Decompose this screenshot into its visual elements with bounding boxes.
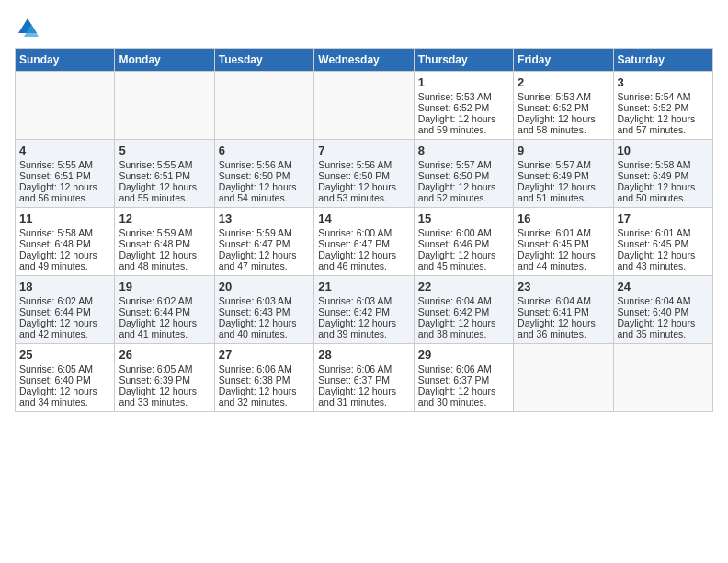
day-info: Daylight: 12 hours and 40 minutes. (219, 317, 310, 339)
day-info: Sunrise: 6:00 AM (318, 227, 409, 238)
day-info: Sunrise: 6:06 AM (418, 363, 509, 374)
day-info: Sunset: 6:50 PM (219, 170, 310, 181)
calendar-cell: 10Sunrise: 5:58 AMSunset: 6:49 PMDayligh… (613, 140, 712, 208)
day-info: Sunset: 6:47 PM (219, 238, 310, 249)
day-info: Sunrise: 6:01 AM (618, 227, 709, 238)
day-info: Sunset: 6:45 PM (518, 238, 609, 249)
calendar-cell (314, 72, 414, 140)
calendar-cell: 21Sunrise: 6:03 AMSunset: 6:42 PMDayligh… (314, 276, 414, 344)
day-info: Sunset: 6:51 PM (119, 170, 210, 181)
calendar-cell: 11Sunrise: 5:58 AMSunset: 6:48 PMDayligh… (16, 208, 115, 276)
calendar-cell: 17Sunrise: 6:01 AMSunset: 6:45 PMDayligh… (613, 208, 712, 276)
day-info: Daylight: 12 hours and 56 minutes. (19, 181, 110, 203)
day-info: Sunset: 6:48 PM (119, 238, 210, 249)
calendar-cell: 27Sunrise: 6:06 AMSunset: 6:38 PMDayligh… (214, 344, 313, 412)
day-info: Sunrise: 6:00 AM (418, 227, 509, 238)
day-info: Sunrise: 6:06 AM (219, 363, 310, 374)
day-info: Daylight: 12 hours and 45 minutes. (418, 249, 509, 271)
calendar-cell: 6Sunrise: 5:56 AMSunset: 6:50 PMDaylight… (214, 140, 313, 208)
day-info: Daylight: 12 hours and 41 minutes. (119, 317, 210, 339)
day-info: Daylight: 12 hours and 54 minutes. (219, 181, 310, 203)
calendar-cell: 8Sunrise: 5:57 AMSunset: 6:50 PMDaylight… (414, 140, 513, 208)
calendar-cell: 5Sunrise: 5:55 AMSunset: 6:51 PMDaylight… (115, 140, 214, 208)
day-info: Sunrise: 5:55 AM (119, 159, 210, 170)
day-header-sunday: Sunday (16, 49, 115, 72)
day-info: Sunset: 6:42 PM (418, 306, 509, 317)
day-info: Sunset: 6:40 PM (618, 306, 709, 317)
day-info: Sunset: 6:50 PM (318, 170, 409, 181)
day-number: 22 (418, 280, 509, 293)
calendar-cell: 15Sunrise: 6:00 AMSunset: 6:46 PMDayligh… (414, 208, 513, 276)
day-info: Daylight: 12 hours and 53 minutes. (318, 181, 409, 203)
day-info: Sunrise: 5:56 AM (219, 159, 310, 170)
day-number: 4 (19, 144, 110, 157)
day-info: Sunset: 6:50 PM (418, 170, 509, 181)
day-info: Daylight: 12 hours and 47 minutes. (219, 249, 310, 271)
day-info: Daylight: 12 hours and 46 minutes. (318, 249, 409, 271)
day-info: Daylight: 12 hours and 33 minutes. (119, 385, 210, 408)
calendar-cell: 1Sunrise: 5:53 AMSunset: 6:52 PMDaylight… (414, 72, 513, 140)
day-info: Sunrise: 5:53 AM (518, 91, 609, 102)
day-number: 9 (518, 144, 609, 157)
day-info: Sunrise: 5:58 AM (618, 159, 709, 170)
day-info: Sunset: 6:49 PM (618, 170, 709, 181)
day-header-saturday: Saturday (613, 49, 712, 72)
day-header-friday: Friday (514, 49, 613, 72)
day-info: Sunset: 6:37 PM (418, 374, 509, 385)
day-info: Daylight: 12 hours and 44 minutes. (518, 249, 609, 271)
day-info: Sunset: 6:52 PM (518, 102, 609, 113)
day-number: 25 (19, 348, 110, 362)
day-info: Sunrise: 6:01 AM (518, 227, 609, 238)
day-info: Daylight: 12 hours and 42 minutes. (19, 317, 110, 339)
day-info: Sunrise: 5:57 AM (418, 159, 509, 170)
calendar-cell: 29Sunrise: 6:06 AMSunset: 6:37 PMDayligh… (414, 344, 513, 412)
day-info: Daylight: 12 hours and 31 minutes. (318, 385, 409, 408)
day-info: Sunset: 6:41 PM (518, 306, 609, 317)
calendar-cell: 23Sunrise: 6:04 AMSunset: 6:41 PMDayligh… (514, 276, 613, 344)
day-number: 27 (219, 348, 310, 362)
day-number: 28 (318, 348, 409, 362)
calendar-cell (214, 72, 313, 140)
day-header-tuesday: Tuesday (214, 49, 313, 72)
day-number: 21 (318, 280, 409, 293)
calendar-cell: 16Sunrise: 6:01 AMSunset: 6:45 PMDayligh… (514, 208, 613, 276)
day-number: 2 (518, 75, 609, 89)
day-info: Sunrise: 5:59 AM (219, 227, 310, 238)
calendar: SundayMondayTuesdayWednesdayThursdayFrid… (15, 48, 713, 412)
day-number: 15 (418, 212, 509, 225)
day-info: Daylight: 12 hours and 49 minutes. (19, 249, 110, 271)
day-info: Sunset: 6:43 PM (219, 306, 310, 317)
day-info: Sunset: 6:48 PM (19, 238, 110, 249)
day-number: 16 (518, 212, 609, 225)
day-info: Sunrise: 6:06 AM (318, 363, 409, 374)
day-info: Sunset: 6:46 PM (418, 238, 509, 249)
day-number: 18 (19, 280, 110, 293)
day-info: Daylight: 12 hours and 32 minutes. (219, 385, 310, 408)
day-info: Sunset: 6:49 PM (518, 170, 609, 181)
day-header-monday: Monday (115, 49, 214, 72)
calendar-cell: 20Sunrise: 6:03 AMSunset: 6:43 PMDayligh… (214, 276, 313, 344)
day-info: Sunrise: 6:03 AM (318, 295, 409, 306)
day-info: Daylight: 12 hours and 39 minutes. (318, 317, 409, 339)
calendar-cell: 25Sunrise: 6:05 AMSunset: 6:40 PMDayligh… (16, 344, 115, 412)
day-number: 12 (119, 212, 210, 225)
day-number: 6 (219, 144, 310, 157)
calendar-cell: 26Sunrise: 6:05 AMSunset: 6:39 PMDayligh… (115, 344, 214, 412)
day-info: Daylight: 12 hours and 35 minutes. (618, 317, 709, 339)
day-number: 23 (518, 280, 609, 293)
day-info: Daylight: 12 hours and 59 minutes. (418, 113, 509, 135)
calendar-cell: 18Sunrise: 6:02 AMSunset: 6:44 PMDayligh… (16, 276, 115, 344)
day-info: Sunset: 6:40 PM (19, 374, 110, 385)
day-number: 8 (418, 144, 509, 157)
day-info: Sunset: 6:38 PM (219, 374, 310, 385)
day-info: Daylight: 12 hours and 55 minutes. (119, 181, 210, 203)
day-header-thursday: Thursday (414, 49, 513, 72)
calendar-cell: 24Sunrise: 6:04 AMSunset: 6:40 PMDayligh… (613, 276, 712, 344)
day-info: Sunset: 6:45 PM (618, 238, 709, 249)
calendar-cell: 19Sunrise: 6:02 AMSunset: 6:44 PMDayligh… (115, 276, 214, 344)
day-info: Daylight: 12 hours and 58 minutes. (518, 113, 609, 135)
day-info: Sunrise: 6:04 AM (618, 295, 709, 306)
day-number: 14 (318, 212, 409, 225)
day-info: Sunset: 6:42 PM (318, 306, 409, 317)
day-info: Sunrise: 5:55 AM (19, 159, 110, 170)
